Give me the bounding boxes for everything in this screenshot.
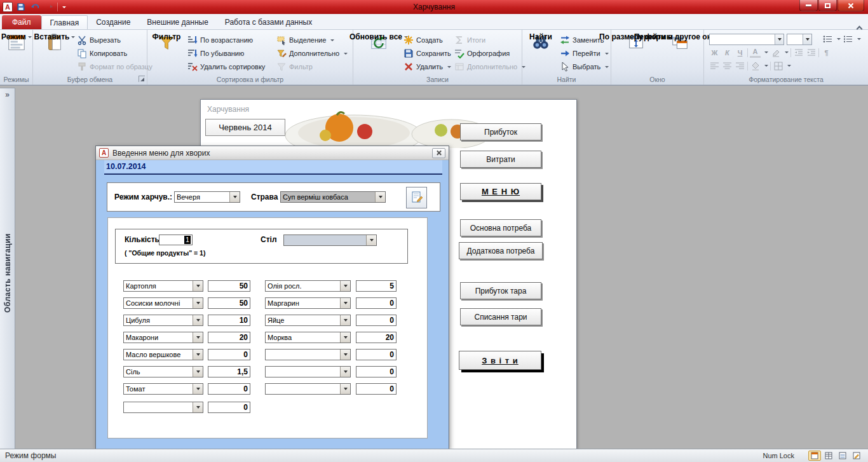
product-combo-left-7[interactable]: Томат [123,383,203,395]
expand-nav-icon[interactable]: » [5,92,10,98]
product-combo-right-3[interactable]: Яйце [265,315,351,326]
product-combo-right-1[interactable]: Олія росл. [265,280,351,292]
new-record-button[interactable]: Создать [402,34,453,46]
chevron-down-icon[interactable] [193,384,203,394]
chevron-down-icon[interactable] [340,281,350,291]
spelling-button[interactable]: Орфография [452,47,527,60]
goto-button[interactable]: Перейти [558,47,611,60]
chevron-down-icon[interactable] [193,332,203,343]
font-size-combo[interactable] [787,34,812,45]
product-qty-right-5[interactable] [356,349,397,360]
dialog-title-bar[interactable]: A Введення меню для хворих [96,146,449,160]
form-view-button[interactable] [808,451,821,461]
product-combo-right-5[interactable] [265,349,351,360]
copy-button[interactable]: Копировать [75,47,154,60]
product-combo-left-1[interactable]: Картопля [123,280,203,292]
chevron-down-icon[interactable] [366,235,376,245]
table-combo[interactable] [283,234,377,246]
advanced-filter-button[interactable]: Дополнительно [275,47,349,60]
product-qty-left-6[interactable] [208,366,250,377]
product-combo-right-6[interactable] [265,366,351,377]
paste-button[interactable]: Вставить [37,32,72,54]
delete-record-button[interactable]: Удалить [402,60,453,73]
product-qty-left-4[interactable] [208,332,250,343]
qat-dropdown-icon[interactable] [62,6,66,8]
navigation-pane-collapsed[interactable]: » Область навигации [0,88,15,449]
chevron-down-icon[interactable] [193,402,203,412]
product-qty-right-6[interactable] [356,366,397,377]
chevron-down-icon[interactable] [229,192,240,202]
product-qty-left-5[interactable] [208,349,250,360]
save-icon[interactable] [15,1,27,13]
writeoff-tare-button[interactable]: Списання тари [460,308,541,325]
product-combo-left-5[interactable]: Масло вершкове [123,349,203,360]
product-qty-left-8[interactable] [208,402,250,413]
chevron-down-icon[interactable] [193,350,203,360]
product-qty-right-4[interactable] [356,332,397,343]
find-button[interactable]: Найти [526,32,555,54]
month-button[interactable]: Червень 2014 [205,119,285,136]
meal-combo[interactable]: Вечеря [174,191,240,203]
tab-database-tools[interactable]: Работа с базами данных [217,15,320,29]
chevron-down-icon[interactable] [193,367,203,377]
chevron-down-icon[interactable] [193,315,203,325]
product-qty-left-1[interactable] [208,280,250,292]
dialog-close-button[interactable] [432,148,445,158]
expenses-button[interactable]: Витрати [460,151,541,168]
product-combo-left-6[interactable]: Сіль [123,366,203,377]
extra-need-button[interactable]: Додаткова потреба [459,242,543,259]
chevron-down-icon[interactable] [340,332,350,343]
product-combo-left-2[interactable]: Сосиски молочні [123,297,203,309]
chevron-down-icon[interactable] [340,367,350,377]
numbering-icon[interactable] [843,34,853,44]
selection-button[interactable]: Выделение [275,34,349,46]
save-record-button[interactable]: Сохранить [402,47,453,60]
undo-icon[interactable] [29,1,41,13]
basic-need-button[interactable]: Основна потреба [460,219,541,236]
product-combo-left-8[interactable] [123,402,203,413]
product-combo-right-7[interactable] [265,383,351,395]
cut-button[interactable]: Вырезать [75,34,154,46]
bullets-icon[interactable] [822,34,833,44]
tab-external-data[interactable]: Внешние данные [139,15,217,29]
switch-windows-button[interactable]: Перейти в другое окно [658,32,702,54]
reports-button[interactable]: З в і т и [459,351,541,370]
product-qty-right-2[interactable] [356,297,397,309]
chevron-down-icon[interactable] [340,384,350,394]
tab-file[interactable]: Файл [2,15,41,29]
product-qty-right-7[interactable] [356,383,397,395]
select-button[interactable]: Выбрать [558,60,611,73]
refresh-all-button[interactable]: Обновить все [360,32,398,54]
chevron-down-icon[interactable] [340,298,350,308]
product-qty-left-3[interactable] [208,315,250,326]
close-button[interactable] [837,0,864,11]
view-button[interactable]: Режим [2,32,31,54]
design-view-button[interactable] [850,451,863,461]
access-app-icon[interactable]: A [3,2,13,12]
sort-ascending-button[interactable]: По возрастанию [186,34,267,46]
layout-view-button[interactable] [836,451,849,461]
minimize-button[interactable] [799,0,818,11]
filter-button[interactable]: Фильтр [151,32,182,54]
income-tare-button[interactable]: Прибуток тара [460,282,541,299]
product-qty-right-3[interactable] [356,315,397,326]
chevron-down-icon[interactable] [193,281,203,291]
product-combo-right-4[interactable]: Морква [265,332,351,343]
product-combo-left-4[interactable]: Макарони [123,332,203,343]
menu-button[interactable]: М Е Н Ю [460,183,541,200]
chevron-down-icon[interactable] [340,315,350,325]
product-qty-left-2[interactable] [208,297,250,309]
edit-dish-button[interactable] [406,187,427,208]
product-combo-right-2[interactable]: Маргарин [265,297,351,309]
chevron-down-icon[interactable] [775,34,783,44]
product-qty-left-7[interactable] [208,383,250,395]
tab-create[interactable]: Создание [88,15,139,29]
chevron-down-icon[interactable] [375,192,385,202]
product-qty-right-1[interactable] [356,280,397,292]
maximize-button[interactable] [818,0,837,11]
dish-combo[interactable]: Суп верміш ковбаса [280,191,386,203]
income-button[interactable]: Прибуток [460,123,541,140]
clear-sort-button[interactable]: Удалить сортировку [186,60,267,73]
font-name-combo[interactable] [709,34,784,45]
chevron-down-icon[interactable] [193,298,203,308]
